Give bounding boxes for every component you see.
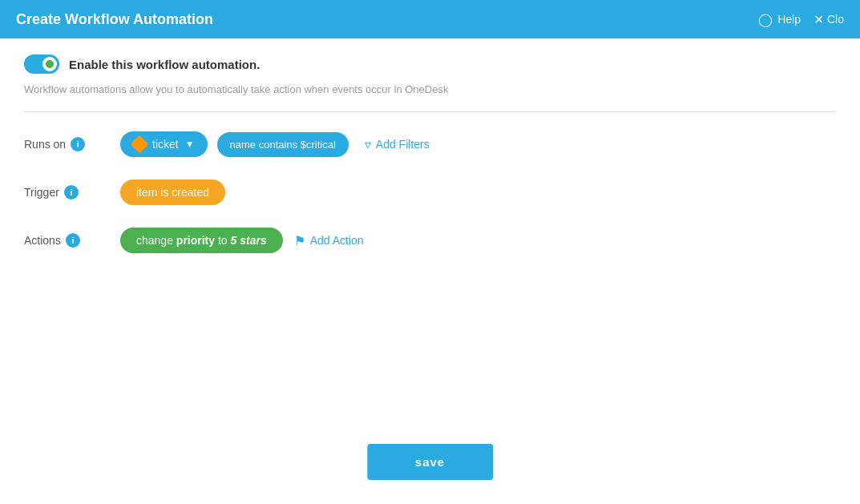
add-filters-button[interactable]: ▿ Add Filters (358, 137, 436, 152)
runs-on-row: Runs on i ticket ▼ name contains $critic… (24, 131, 836, 157)
actions-controls: change priority to 5 stars ⚑ Add Action (120, 228, 364, 253)
subtitle-text: Workflow automations allow you to automa… (24, 83, 836, 95)
actions-label: Actions i (24, 233, 120, 248)
help-circle-icon: ◯ (758, 12, 773, 27)
trigger-label: Trigger i (24, 185, 120, 200)
divider (24, 111, 836, 112)
add-action-button[interactable]: ⚑ Add Action (294, 233, 364, 248)
save-button[interactable]: save (367, 444, 493, 480)
runs-on-info-icon[interactable]: i (71, 137, 85, 151)
actions-row: Actions i change priority to 5 stars ⚑ A… (24, 228, 836, 253)
close-icon: ✕ (814, 12, 824, 27)
trigger-info-icon[interactable]: i (64, 185, 79, 200)
trigger-chip-text: item is created (136, 186, 209, 199)
runs-on-label: Runs on i (24, 137, 120, 151)
header-actions: ◯ Help ✕ Clo (758, 12, 844, 27)
save-area: save (367, 444, 493, 480)
body: Enable this workflow automation. Workflo… (0, 38, 860, 504)
trigger-chip[interactable]: item is created (120, 179, 225, 205)
runs-on-controls: ticket ▼ name contains $critical ▿ Add F… (120, 131, 436, 157)
action-chip[interactable]: change priority to 5 stars (120, 228, 283, 253)
toggle-label: Enable this workflow automation. (69, 58, 260, 71)
header: Create Workflow Automation ◯ Help ✕ Clo (0, 0, 860, 38)
diamond-icon (131, 135, 149, 154)
toggle-row: Enable this workflow automation. (24, 54, 836, 74)
enable-toggle[interactable] (24, 54, 59, 74)
close-button[interactable]: ✕ Clo (814, 12, 844, 27)
chevron-down-icon: ▼ (185, 139, 195, 150)
help-button[interactable]: ◯ Help (758, 12, 801, 27)
filter-icon: ▿ (365, 137, 371, 152)
page-title: Create Workflow Automation (16, 11, 213, 28)
trigger-row: Trigger i item is created (24, 179, 836, 205)
ticket-dropdown[interactable]: ticket ▼ (120, 131, 208, 157)
filter-chip[interactable]: name contains $critical (217, 132, 349, 157)
flag-icon: ⚑ (294, 233, 305, 248)
actions-info-icon[interactable]: i (66, 233, 80, 248)
